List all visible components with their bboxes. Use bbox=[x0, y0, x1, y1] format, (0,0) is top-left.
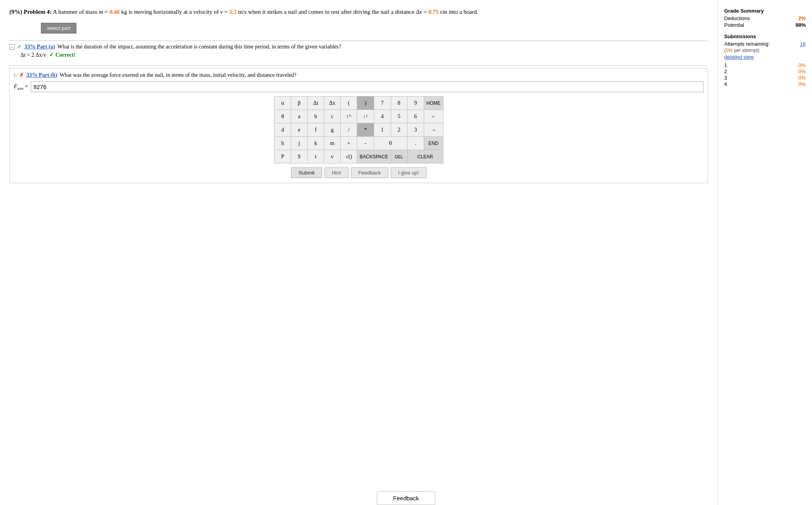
key-sqrt[interactable]: √() bbox=[341, 150, 357, 163]
action-buttons: Submit Hint Feedback I give up! bbox=[14, 167, 704, 178]
attempts-value[interactable]: 16 bbox=[800, 41, 806, 47]
feedback-button[interactable]: Feedback bbox=[351, 167, 388, 178]
key-S[interactable]: S bbox=[291, 150, 308, 163]
part-b-link[interactable]: 33% Part (b) bbox=[26, 72, 57, 78]
attempts-note-pct: 0% bbox=[726, 48, 732, 53]
key-del[interactable]: DEL bbox=[391, 150, 407, 163]
submission-row: 30% bbox=[724, 75, 806, 81]
key-b[interactable]: b bbox=[308, 110, 324, 123]
part-b-header: ▷ ✗ 33% Part (b) What was the average fo… bbox=[14, 72, 704, 78]
key-c[interactable]: c bbox=[324, 110, 341, 123]
submit-button[interactable]: Submit bbox=[291, 167, 322, 178]
submissions-title: Submissions bbox=[724, 33, 806, 39]
problem-label: Problem 4: bbox=[24, 9, 52, 15]
key-5[interactable]: 5 bbox=[391, 110, 407, 123]
divider-2 bbox=[9, 65, 708, 66]
detailed-view-link[interactable]: detailed view bbox=[724, 54, 806, 60]
key-6[interactable]: 6 bbox=[407, 110, 424, 123]
dx-eq: = bbox=[422, 9, 428, 15]
attempts-label: Attempts remaining: bbox=[724, 41, 770, 47]
key-v[interactable]: v bbox=[324, 150, 341, 163]
feedback-bottom-button[interactable]: Feedback bbox=[377, 491, 435, 505]
key-clear[interactable]: CLEAR bbox=[407, 150, 443, 163]
key-plus[interactable]: + bbox=[341, 137, 357, 150]
v-unit: m/s when it strikes a nail and comes to … bbox=[237, 9, 416, 15]
submission-val: 0% bbox=[798, 75, 806, 81]
key-a[interactable]: a bbox=[291, 110, 308, 123]
key-m[interactable]: m bbox=[324, 137, 341, 150]
divider-1 bbox=[9, 41, 708, 41]
key-open-paren[interactable]: ( bbox=[341, 97, 357, 110]
key-k[interactable]: k bbox=[308, 137, 324, 150]
answer-input-row: Fave = bbox=[14, 82, 704, 92]
key-j[interactable]: j bbox=[291, 137, 308, 150]
key-8[interactable]: 8 bbox=[391, 97, 407, 110]
key-3[interactable]: 3 bbox=[407, 123, 424, 137]
mass-value: 0.46 bbox=[109, 9, 120, 15]
key-t[interactable]: t bbox=[308, 150, 324, 163]
part-a-correct: ✓ Correct! bbox=[49, 52, 76, 58]
dx-unit: cm into a board. bbox=[439, 9, 478, 15]
sidebar: Grade Summary Deductions 2% Potential 98… bbox=[717, 0, 812, 505]
v-eq: = bbox=[223, 9, 229, 15]
key-dot[interactable]: . bbox=[407, 137, 424, 150]
key-minus[interactable]: - bbox=[357, 137, 374, 150]
key-h[interactable]: h bbox=[274, 137, 291, 150]
submission-row: 40% bbox=[724, 81, 806, 87]
answer-label: Fave = bbox=[14, 83, 28, 91]
part-a-link[interactable]: 33% Part (a) bbox=[24, 44, 55, 50]
part-a-collapse-icon[interactable]: – bbox=[9, 44, 15, 50]
part-b-section: ▷ ✗ 33% Part (b) What was the average fo… bbox=[9, 68, 708, 183]
part-b-triangle-icon[interactable]: ▷ bbox=[14, 72, 17, 78]
part-a-answer: Δt = 2 Δx/v ✓ Correct! bbox=[20, 52, 708, 58]
key-P[interactable]: P bbox=[274, 150, 291, 163]
key-alpha[interactable]: α bbox=[274, 97, 291, 110]
deductions-label: Deductions bbox=[724, 15, 750, 21]
key-delta-t[interactable]: Δt bbox=[308, 97, 324, 110]
part-a-header: – ✓ 33% Part (a) What is the duration of… bbox=[9, 43, 708, 50]
key-beta[interactable]: β bbox=[291, 97, 308, 110]
hint-button[interactable]: Hint bbox=[324, 167, 349, 178]
attempts-row: Attempts remaining: 16 bbox=[724, 41, 806, 47]
part-a-question: What is the duration of the impact, assu… bbox=[57, 44, 341, 50]
key-2[interactable]: 2 bbox=[391, 123, 407, 137]
answer-input[interactable] bbox=[31, 82, 704, 92]
key-end[interactable]: END bbox=[424, 137, 443, 150]
key-theta[interactable]: θ bbox=[274, 110, 291, 123]
potential-value: 98% bbox=[795, 22, 806, 28]
part-a-answer-text: Δt = 2 Δx/v bbox=[20, 52, 46, 58]
give-up-button[interactable]: I give up! bbox=[391, 167, 426, 178]
key-close-paren[interactable]: ) bbox=[357, 97, 374, 110]
key-home[interactable]: HOME bbox=[424, 97, 443, 110]
select-part-button[interactable]: select part bbox=[41, 23, 76, 33]
dx-variable: Δx bbox=[416, 9, 422, 15]
attempts-note: (0% per attempt) bbox=[724, 48, 806, 53]
key-e[interactable]: e bbox=[291, 123, 308, 137]
key-d[interactable]: d bbox=[274, 123, 291, 137]
key-left-arrow[interactable]: ← bbox=[424, 110, 443, 123]
submission-num: 2 bbox=[724, 69, 727, 74]
m-unit: kg is moving horizontally at a velocity … bbox=[120, 9, 220, 15]
key-down-up[interactable]: ↓↑ bbox=[357, 110, 374, 123]
part-b-question: What was the average force exerted on th… bbox=[60, 72, 297, 78]
key-0[interactable]: 0 bbox=[374, 137, 408, 150]
key-slash[interactable]: / bbox=[341, 123, 357, 137]
submission-num: 4 bbox=[724, 81, 727, 87]
submission-val: 0% bbox=[798, 69, 806, 74]
key-1[interactable]: 1 bbox=[374, 123, 391, 137]
key-4[interactable]: 4 bbox=[374, 110, 391, 123]
key-right-arrow[interactable]: → bbox=[424, 123, 443, 137]
keyboard-container: α β Δt Δx ( ) 7 8 9 HOME θ bbox=[14, 96, 704, 163]
problem-text1: A hammer of mass bbox=[53, 9, 99, 15]
submission-val: 0% bbox=[798, 62, 806, 68]
deductions-row: Deductions 2% bbox=[724, 15, 806, 21]
key-f[interactable]: f bbox=[308, 123, 324, 137]
key-9[interactable]: 9 bbox=[407, 97, 424, 110]
key-delta-x[interactable]: Δx bbox=[324, 97, 341, 110]
mass-variable: m bbox=[99, 9, 103, 15]
key-backspace[interactable]: BACKSPACE bbox=[357, 150, 391, 163]
key-asterisk[interactable]: * bbox=[357, 123, 374, 137]
key-up-caret[interactable]: ↑^ bbox=[341, 110, 357, 123]
key-g[interactable]: g bbox=[324, 123, 341, 137]
key-7[interactable]: 7 bbox=[374, 97, 391, 110]
